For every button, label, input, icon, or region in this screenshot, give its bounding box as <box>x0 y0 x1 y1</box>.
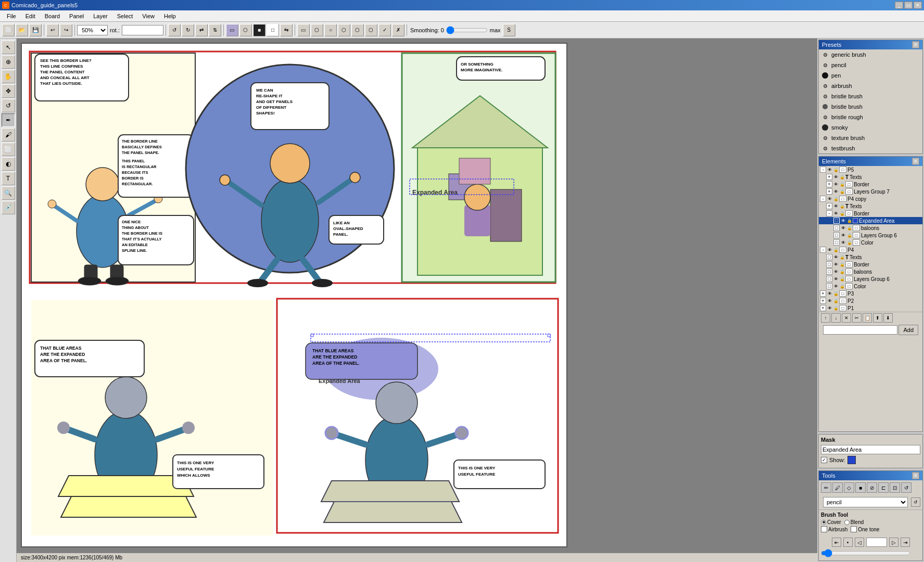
eye-p4[interactable]: 👁 <box>827 247 833 253</box>
preset-bristle-brush-2[interactable]: bristle brush <box>819 101 922 112</box>
tree-item-p5-border[interactable]: + 👁 🔒 □ Border <box>819 181 922 188</box>
tool-pan[interactable]: ✋ <box>2 70 15 83</box>
lock-p1[interactable]: 🔒 <box>833 305 839 311</box>
toolbar-panel-circ[interactable]: ○ <box>324 24 337 36</box>
toolbar-panel-free[interactable]: ⬡ <box>311 24 323 36</box>
preset-generic-brush[interactable]: ⚙ generic brush <box>819 49 922 60</box>
toolbar-panel-4[interactable]: ⬡ <box>338 24 350 36</box>
mask-name-input[interactable] <box>821 445 920 454</box>
tool-settings-button[interactable]: ↺ <box>911 497 920 507</box>
expand-p4-layers6[interactable]: □ <box>826 276 832 282</box>
eye-p4c-texts[interactable]: 👁 <box>833 203 839 209</box>
elements-add-button[interactable]: Add <box>898 325 918 335</box>
expand-p4c-layers6[interactable]: □ <box>833 232 840 238</box>
minimize-button[interactable]: _ <box>895 2 903 9</box>
expand-p4c-texts[interactable]: + <box>826 203 832 209</box>
tree-item-p4c-texts[interactable]: + 👁 🔒 T Texts <box>819 202 922 210</box>
elements-btn-3[interactable]: ✕ <box>842 313 851 323</box>
tool-icon-eyedrop[interactable]: ⊘ <box>867 482 877 493</box>
expand-p4c-color[interactable]: □ <box>833 239 840 246</box>
tool-icon-pencil[interactable]: ✏ <box>821 482 831 493</box>
lock-p4-color[interactable]: 🔒 <box>839 283 845 289</box>
eye-p4-color[interactable]: 👁 <box>833 283 839 289</box>
preset-pencil[interactable]: ⚙ pencil <box>819 60 922 70</box>
menu-file[interactable]: File <box>2 11 21 21</box>
toolbar-color[interactable]: ■ <box>253 24 265 36</box>
tree-item-p4-layers6[interactable]: □ 👁 🔒 □ Layers Group 6 <box>819 275 922 283</box>
tool-eyedrop[interactable]: 💉 <box>2 201 15 214</box>
toolbar-save[interactable]: 💾 <box>29 24 42 36</box>
tool-icon-fill[interactable]: ■ <box>855 482 866 493</box>
tool-zoom[interactable]: 🔍 <box>2 186 15 200</box>
eye-expanded[interactable]: 👁 <box>840 218 846 224</box>
lock-p4-layers6[interactable]: 🔒 <box>839 276 845 282</box>
menu-help[interactable]: Help <box>159 11 181 21</box>
airbrush-option[interactable]: Airbrush <box>821 526 847 532</box>
expand-p5[interactable]: - <box>820 167 826 173</box>
expand-p4[interactable]: - <box>820 247 826 253</box>
lock-p4c-layers6[interactable]: 🔒 <box>846 232 853 238</box>
tool-move[interactable]: ✥ <box>2 84 15 98</box>
elements-name-input[interactable] <box>823 325 897 335</box>
expand-p1[interactable]: + <box>820 305 826 311</box>
nav-next[interactable]: ▷ <box>889 538 898 547</box>
expand-p5-layers7[interactable]: + <box>826 188 832 195</box>
nav-dot[interactable]: • <box>843 538 853 547</box>
preset-pen[interactable]: pen <box>819 70 922 81</box>
nav-prev[interactable]: ◁ <box>855 538 864 547</box>
toolbar-flip-h[interactable]: ⇄ <box>195 24 208 36</box>
smoothing-slider[interactable] <box>446 26 488 34</box>
lock-p5-layers7[interactable]: 🔒 <box>839 188 845 195</box>
close-button[interactable]: ✕ <box>914 2 922 9</box>
blend-radio[interactable] <box>844 520 850 525</box>
menu-panel[interactable]: Panel <box>65 11 88 21</box>
toolbar-select-free[interactable]: ⬡ <box>239 24 252 36</box>
toolbar-panel-7[interactable]: ✓ <box>378 24 391 36</box>
preset-testbrush[interactable]: ⚙ testbrush <box>819 143 922 154</box>
expand-p4-color[interactable]: □ <box>826 283 832 289</box>
menu-edit[interactable]: Edit <box>21 11 40 21</box>
brush-size-slider[interactable] <box>821 549 910 557</box>
preset-bristle-brush-1[interactable]: ⚙ bristle brush <box>819 91 922 101</box>
eye-p5[interactable]: 👁 <box>827 167 833 173</box>
lock-p4c-color[interactable]: 🔒 <box>846 239 853 246</box>
toolbar-select-rect[interactable]: ▭ <box>226 24 238 36</box>
lock-p5[interactable]: 🔒 <box>833 167 839 173</box>
cover-radio[interactable] <box>821 520 826 525</box>
eye-p1[interactable]: 👁 <box>827 305 833 311</box>
lock-p4c-border[interactable]: 🔒 <box>839 210 845 216</box>
tool-pen[interactable]: ✒ <box>2 113 15 127</box>
eye-p4c-layers6[interactable]: 👁 <box>840 232 846 238</box>
expand-p4c-baloons[interactable]: □ <box>833 225 840 231</box>
tree-item-p4-color[interactable]: □ 👁 🔒 □ Color <box>819 283 922 290</box>
preset-texture-brush[interactable]: ⚙ texture brush <box>819 133 922 143</box>
eye-p3[interactable]: 👁 <box>827 290 833 297</box>
toolbar-rotate-ccw[interactable]: ↺ <box>168 24 181 36</box>
tree-item-p5-texts[interactable]: + 👁 🔒 T Texts <box>819 173 922 181</box>
toolbar-new[interactable]: ⬜ <box>2 24 15 36</box>
tool-text[interactable]: T <box>2 172 15 185</box>
lock-expanded[interactable]: 🔒 <box>846 218 853 224</box>
lock-p3[interactable]: 🔒 <box>833 290 839 297</box>
toolbar-panel-6[interactable]: ⬡ <box>365 24 377 36</box>
lock-p4-border[interactable]: 🔒 <box>839 261 845 267</box>
elements-btn-4[interactable]: ✂ <box>852 313 862 323</box>
lock-p4c-baloons[interactable]: 🔒 <box>846 225 853 231</box>
tree-item-p4c-layers6[interactable]: □ 👁 🔒 □ Layers Group 6 <box>819 232 922 239</box>
tree-item-p4-texts[interactable]: □ 👁 🔒 T Texts <box>819 253 922 261</box>
eye-p4c-baloons[interactable]: 👁 <box>840 225 846 231</box>
restore-button[interactable]: ▭ <box>904 2 913 9</box>
elements-btn-6[interactable]: ⬆ <box>873 313 882 323</box>
expand-expanded[interactable]: □ <box>833 218 840 224</box>
tool-rotate[interactable]: ↺ <box>2 99 15 112</box>
toolbar-flip-v[interactable]: ⇅ <box>209 24 221 36</box>
tree-item-p4[interactable]: - 👁 🔒 □ P4 <box>819 246 922 253</box>
menu-board[interactable]: Board <box>40 11 65 21</box>
expand-p4copy[interactable]: - <box>820 196 826 202</box>
toolbar-color2[interactable]: □ <box>267 24 279 36</box>
nav-prev-prev[interactable]: ⇤ <box>832 538 841 547</box>
elements-btn-5[interactable]: 📋 <box>863 313 872 323</box>
toolbar-panel-8[interactable]: ✗ <box>392 24 404 36</box>
tree-item-p5-layers7[interactable]: + 👁 🔒 □ Layers Group 7 <box>819 188 922 195</box>
menu-select[interactable]: Select <box>112 11 138 21</box>
